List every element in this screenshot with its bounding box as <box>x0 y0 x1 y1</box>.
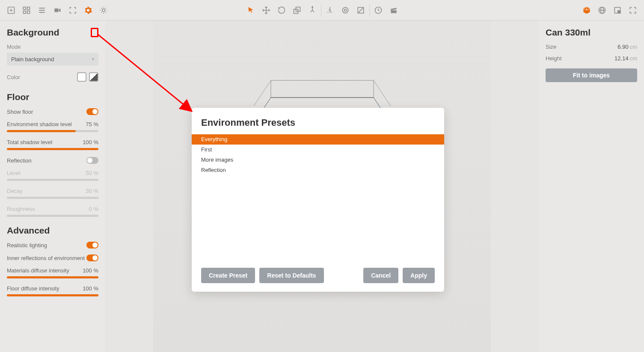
globe-icon[interactable] <box>594 3 610 18</box>
svg-rect-3 <box>24 11 26 13</box>
camera-icon[interactable] <box>50 3 65 18</box>
presets-menu-button[interactable] <box>91 28 98 37</box>
pivot-icon[interactable] <box>305 3 320 18</box>
svg-rect-16 <box>618 10 620 13</box>
roughness-value: 0 % <box>89 206 98 212</box>
settings-icon[interactable] <box>80 3 96 18</box>
inner-refl-label: Inner reflections of environment <box>7 255 85 261</box>
reflection-label: Reflection <box>7 157 32 164</box>
fit-to-images-button[interactable]: Fit to images <box>546 68 637 82</box>
show-floor-label: Show floor <box>7 109 33 115</box>
floor-diff-slider[interactable] <box>7 294 98 296</box>
dialog-title: Environment Presets <box>192 117 444 134</box>
preset-list: Everything First More images Reflection <box>192 134 444 268</box>
mat-diff-slider[interactable] <box>7 276 98 278</box>
svg-line-20 <box>374 80 391 106</box>
svg-point-9 <box>342 7 348 13</box>
realistic-toggle[interactable] <box>86 242 98 248</box>
floor-heading: Floor <box>7 92 30 102</box>
roughness-label: Roughness <box>7 206 35 212</box>
preset-item-first[interactable]: First <box>192 145 444 155</box>
cancel-button[interactable]: Cancel <box>363 268 398 283</box>
level-slider <box>7 179 98 181</box>
fade-icon[interactable] <box>353 3 368 18</box>
list-icon[interactable] <box>34 3 50 18</box>
preset-item-everything[interactable]: Everything <box>192 134 444 145</box>
svg-marker-18 <box>271 80 374 98</box>
level-label: Level <box>7 170 20 176</box>
svg-rect-4 <box>27 11 30 13</box>
height-unit: cm <box>630 55 637 62</box>
mat-diff-value: 100 % <box>83 267 98 274</box>
color-swatch-2[interactable] <box>89 72 98 82</box>
time-icon[interactable] <box>371 3 386 18</box>
height-label: Height <box>546 55 562 62</box>
size-label: Size <box>546 44 556 50</box>
realistic-label: Realistic lighting <box>7 242 47 248</box>
target-icon[interactable] <box>338 3 353 18</box>
preset-item-reflection[interactable]: Reflection <box>192 165 444 175</box>
svg-point-8 <box>312 6 313 8</box>
top-toolbar <box>0 0 644 21</box>
decay-slider <box>7 197 98 199</box>
env-shadow-label: Environment shadow level <box>7 121 72 127</box>
env-shadow-value: 75 % <box>86 121 98 127</box>
reset-defaults-button[interactable]: Reset to Defaults <box>259 268 323 283</box>
preset-item-more-images[interactable]: More images <box>192 155 444 165</box>
background-heading: Background <box>7 27 59 38</box>
window-icon[interactable] <box>610 3 625 18</box>
env-shadow-slider[interactable] <box>7 130 98 132</box>
color-swatch-1[interactable] <box>77 72 86 82</box>
object-title: Can 330ml <box>546 27 637 38</box>
add-icon[interactable] <box>3 3 19 18</box>
level-value: 50 % <box>86 170 98 176</box>
total-shadow-label: Total shadow level <box>7 139 52 145</box>
decay-value: 30 % <box>86 188 98 194</box>
mode-dropdown[interactable]: Plain background <box>7 53 98 65</box>
svg-rect-2 <box>27 7 30 9</box>
clapper-icon[interactable] <box>386 3 401 18</box>
show-floor-toggle[interactable] <box>86 108 98 115</box>
create-preset-button[interactable]: Create Preset <box>201 268 255 283</box>
decay-label: Decay <box>7 188 23 194</box>
mode-label: Mode <box>7 44 98 50</box>
reflection-toggle[interactable] <box>86 157 98 164</box>
advanced-heading: Advanced <box>7 225 50 236</box>
svg-rect-1 <box>24 7 26 9</box>
total-shadow-value: 100 % <box>83 139 98 145</box>
light-icon[interactable] <box>96 3 111 18</box>
floor-diff-value: 100 % <box>83 285 98 292</box>
mat-diff-label: Materials diffuse intensity <box>7 267 69 274</box>
fullscreen-icon[interactable] <box>625 3 641 18</box>
left-panel: Background Mode Plain background Color F… <box>0 21 105 352</box>
environment-presets-dialog: Environment Presets Everything First Mor… <box>192 108 444 292</box>
floor-diff-label: Floor diffuse intensity <box>7 285 59 292</box>
scale-icon[interactable] <box>289 3 305 18</box>
cube-icon[interactable] <box>579 3 594 18</box>
apply-button[interactable]: Apply <box>403 268 435 283</box>
rotate-icon[interactable] <box>274 3 289 18</box>
cursor-icon[interactable] <box>243 3 258 18</box>
grid-icon[interactable] <box>19 3 34 18</box>
move-icon[interactable] <box>258 3 274 18</box>
size-unit: cm <box>630 44 637 50</box>
size-value: 6.90 <box>617 44 628 50</box>
mode-value: Plain background <box>11 56 54 62</box>
right-panel: Can 330ml Size 6.90cm Height 12.14cm Fit… <box>539 21 644 352</box>
focus-icon[interactable] <box>65 3 80 18</box>
total-shadow-slider[interactable] <box>7 148 98 150</box>
roughness-slider <box>7 215 98 217</box>
color-label: Color <box>7 74 20 80</box>
drop-icon[interactable] <box>322 3 338 18</box>
svg-line-19 <box>254 80 271 106</box>
svg-point-5 <box>102 9 105 12</box>
height-value: 12.14 <box>614 55 629 62</box>
inner-refl-toggle[interactable] <box>86 254 98 261</box>
svg-point-10 <box>344 9 346 11</box>
